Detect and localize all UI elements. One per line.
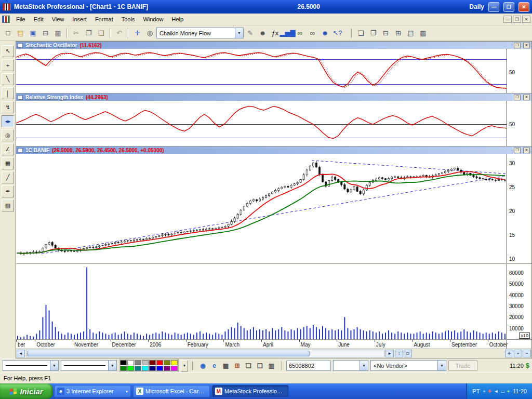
undo-icon[interactable]: ↶ bbox=[113, 28, 125, 39]
antivirus-icon[interactable]: ✚ bbox=[488, 389, 492, 394]
horizontal-line-tool[interactable]: │ bbox=[2, 87, 14, 99]
report-icon[interactable]: ❏ bbox=[243, 360, 254, 371]
chevron-down-icon[interactable]: ▼ bbox=[50, 361, 58, 370]
color-swatch[interactable] bbox=[149, 360, 156, 365]
menu-item[interactable]: File bbox=[12, 15, 30, 24]
trade-button[interactable]: Trade bbox=[448, 360, 477, 371]
price-plot[interactable] bbox=[16, 154, 507, 263]
panel-system-icon[interactable] bbox=[18, 95, 23, 100]
color-swatch[interactable] bbox=[142, 360, 149, 365]
panel-close-button[interactable]: ✕ bbox=[523, 148, 530, 153]
color-swatch[interactable] bbox=[156, 360, 163, 365]
horizontal-scrollbar[interactable] bbox=[26, 350, 384, 357]
pointer-move-icon[interactable]: ✛ bbox=[131, 28, 143, 39]
layout-icon[interactable]: ▥ bbox=[266, 360, 277, 371]
line-style-combo[interactable]: ▼ bbox=[3, 360, 59, 371]
color-swatch[interactable] bbox=[171, 360, 178, 365]
diagonal-line-tool[interactable]: ╱ bbox=[2, 171, 14, 183]
network-icon[interactable]: ▭ bbox=[500, 389, 505, 394]
open-chart-icon[interactable]: ▤ bbox=[15, 28, 26, 39]
color-swatch[interactable] bbox=[149, 366, 156, 371]
color-swatch[interactable] bbox=[142, 366, 149, 371]
panel-close-button[interactable]: ✕ bbox=[523, 43, 530, 48]
cascade-windows-icon[interactable]: ❐ bbox=[367, 28, 379, 39]
color-swatch[interactable] bbox=[127, 366, 134, 371]
new-window-icon[interactable]: ❏ bbox=[355, 28, 367, 39]
close-button[interactable]: ✕ bbox=[518, 2, 529, 12]
crosshair-tool[interactable]: + bbox=[2, 59, 14, 71]
security-agent-icon[interactable]: ● bbox=[507, 389, 510, 394]
language-indicator[interactable]: PT bbox=[472, 388, 480, 394]
volume-plot[interactable] bbox=[16, 264, 507, 339]
menu-item[interactable]: Format bbox=[91, 15, 117, 24]
zoom-in-icon[interactable]: + bbox=[514, 350, 522, 357]
color-swatch[interactable] bbox=[164, 360, 170, 365]
chevron-down-icon[interactable]: ▼ bbox=[235, 28, 243, 38]
symbol-combo[interactable]: ▼ bbox=[333, 360, 368, 371]
chevron-down-icon[interactable]: ▼ bbox=[360, 361, 368, 370]
zoom-reset-icon[interactable]: ✛ bbox=[505, 350, 513, 357]
indicator-attach-icon[interactable]: ✎ bbox=[244, 28, 256, 39]
schedule-icon[interactable]: ⊞ bbox=[232, 360, 243, 371]
menu-item[interactable]: Edit bbox=[30, 15, 48, 24]
scroll-left-button[interactable]: ◄ bbox=[17, 350, 25, 357]
fit-vertical-icon[interactable]: ↕ bbox=[395, 350, 403, 357]
child-minimize-button[interactable]: — bbox=[503, 16, 512, 23]
color-swatch[interactable] bbox=[127, 360, 134, 365]
stochastic-plot[interactable] bbox=[16, 49, 507, 93]
volume-icon[interactable]: ◄ bbox=[494, 389, 498, 394]
panel-system-icon[interactable] bbox=[18, 148, 23, 153]
paste-icon[interactable]: ❑ bbox=[95, 28, 107, 39]
scroll-tool[interactable]: ◂▸ bbox=[2, 115, 14, 127]
zoom-icon[interactable]: ◎ bbox=[144, 28, 156, 39]
child-close-button[interactable]: ✕ bbox=[522, 16, 530, 23]
indicator-combo[interactable]: Chaikin Money Flow ▼ bbox=[156, 28, 244, 38]
notes-icon[interactable]: ❑ bbox=[255, 360, 265, 371]
copy-icon[interactable]: ❐ bbox=[83, 28, 95, 39]
save-icon[interactable]: ▣ bbox=[27, 28, 39, 39]
chevron-down-icon[interactable]: ▼ bbox=[108, 361, 116, 370]
restore-button[interactable]: ❐ bbox=[503, 2, 514, 12]
zoom-out-icon[interactable]: − bbox=[523, 350, 531, 357]
menu-item[interactable]: Help bbox=[168, 15, 188, 24]
arrange-columns-icon[interactable]: ▥ bbox=[417, 28, 429, 39]
explorer-icon[interactable]: ∞ bbox=[294, 28, 306, 39]
tile-vertical-icon[interactable]: ⊞ bbox=[392, 28, 404, 39]
zigzag-tool[interactable]: ↯ bbox=[2, 101, 14, 113]
start-button[interactable]: Iniciar bbox=[0, 383, 53, 399]
rsi-plot[interactable] bbox=[16, 101, 507, 146]
context-help-icon[interactable]: ↖? bbox=[331, 28, 343, 39]
scroll-right-button[interactable]: ► bbox=[385, 350, 394, 357]
child-restore-button[interactable]: ❐ bbox=[513, 16, 521, 23]
color-swatch[interactable] bbox=[135, 366, 141, 371]
line-weight-combo[interactable]: ▼ bbox=[61, 360, 117, 371]
chevron-down-icon[interactable]: ▼ bbox=[437, 361, 446, 370]
cut-icon[interactable]: ✂ bbox=[70, 28, 82, 39]
security-manager-icon[interactable]: ☻ bbox=[319, 28, 331, 39]
vendor-combo[interactable]: <No Vendor> ▼ bbox=[370, 360, 446, 371]
trendline-tool[interactable]: ╲ bbox=[2, 73, 14, 85]
panel-close-button[interactable]: ✕ bbox=[523, 95, 530, 100]
downloader-icon[interactable]: ◉ bbox=[197, 360, 208, 371]
color-swatch[interactable] bbox=[164, 366, 170, 371]
panel-restore-button[interactable]: ❐ bbox=[514, 43, 521, 48]
calendar-icon[interactable]: ▦ bbox=[220, 360, 231, 371]
print-icon[interactable]: ⊟ bbox=[39, 28, 51, 39]
pattern-tool[interactable]: ▨ bbox=[2, 200, 14, 211]
menu-item[interactable]: Tools bbox=[117, 15, 139, 24]
color-swatch[interactable] bbox=[120, 360, 127, 365]
periodicity-daily-button[interactable]: D bbox=[404, 350, 412, 357]
minimize-button[interactable]: — bbox=[488, 2, 499, 12]
scrollbar-thumb[interactable] bbox=[27, 351, 310, 356]
arrange-rows-icon[interactable]: ▤ bbox=[405, 28, 417, 39]
color-swatch[interactable] bbox=[120, 366, 127, 371]
menu-item[interactable]: View bbox=[48, 15, 69, 24]
fibonacci-fan-tool[interactable]: ∠ bbox=[2, 143, 14, 155]
menu-item[interactable]: Insert bbox=[68, 15, 91, 24]
panel-system-icon[interactable] bbox=[18, 43, 23, 48]
color-swatch[interactable] bbox=[135, 360, 141, 365]
menu-item[interactable]: Window bbox=[139, 15, 167, 24]
new-chart-icon[interactable]: □ bbox=[2, 28, 14, 39]
fibonacci-retracement-tool[interactable]: ▦ bbox=[2, 157, 14, 169]
panel-restore-button[interactable]: ❐ bbox=[514, 148, 521, 153]
